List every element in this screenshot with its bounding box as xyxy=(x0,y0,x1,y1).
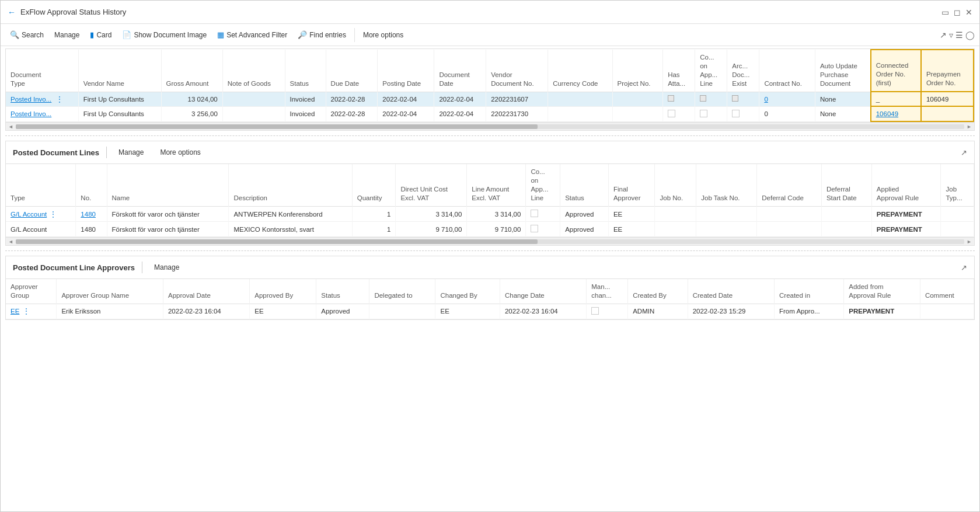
posted-doc-approvers-toolbar-right: ↗ xyxy=(961,263,967,272)
cell-due-date: 2022-02-28 xyxy=(326,92,378,106)
posted-doc-lines-more-options-button[interactable]: More options xyxy=(155,146,205,159)
cell-arc-doc xyxy=(727,92,759,106)
clock-icon[interactable]: ◯ xyxy=(965,30,975,40)
search-button[interactable]: 🔍 Search xyxy=(5,27,48,42)
cell-approval-date: 2022-02-23 16:04 xyxy=(163,304,249,319)
expand-icon-2[interactable]: ↗ xyxy=(961,263,967,272)
scroll-right-arrow[interactable]: ► xyxy=(967,124,972,130)
connected-order-link[interactable]: 106049 xyxy=(876,110,898,117)
cell-direct-unit-cost: 3 314,00 xyxy=(396,207,467,222)
approver-group-link[interactable]: EE xyxy=(11,308,19,315)
col-header-doc-type: DocumentType xyxy=(6,50,78,92)
scroll-left-arrow-2[interactable]: ◄ xyxy=(8,239,13,245)
row-menu-icon[interactable]: ⋮ xyxy=(23,308,30,315)
cell-document-date: 2022-02-04 xyxy=(434,92,486,106)
manage-button[interactable]: Manage xyxy=(50,28,84,42)
col-header-approver-group: ApproverGroup xyxy=(6,279,57,304)
posted-doc-lines-row: G/L Account 1480 Förskott för varor och … xyxy=(6,222,974,237)
col-header-status: Status xyxy=(316,279,369,304)
posted-doc-lines-manage-button[interactable]: Manage xyxy=(114,146,148,159)
doc-type-link[interactable]: Posted Invo... xyxy=(11,110,51,117)
col-header-deferral-start-date: DeferralStart Date xyxy=(821,164,871,206)
list-icon[interactable]: ☰ xyxy=(955,30,963,40)
col-header-note-of-goods: Note of Goods xyxy=(222,50,285,92)
no-link[interactable]: 1480 xyxy=(81,211,96,218)
doc-type-link[interactable]: Posted Invo... xyxy=(11,96,51,103)
cell-changed-by: EE xyxy=(435,304,500,319)
cell-created-date: 2022-02-23 15:29 xyxy=(688,304,774,319)
scroll-thumb-2 xyxy=(16,239,538,244)
col-header-document-date: DocumentDate xyxy=(434,50,486,92)
app-title: ExFlow Approval Status History xyxy=(20,8,126,16)
share-icon[interactable]: ↗ xyxy=(940,30,947,40)
scroll-right-arrow-2[interactable]: ► xyxy=(967,239,972,245)
row-menu-icon[interactable]: ⋮ xyxy=(56,96,63,103)
cell-name: Förskott för varor och tjänster xyxy=(107,222,229,237)
col-header-arc-doc: Arc...Doc...Exist xyxy=(727,50,759,92)
col-header-co-on-app: Co...onApp...Line xyxy=(695,50,727,92)
cell-name: Förskott för varor och tjänster xyxy=(107,207,229,222)
posted-doc-approvers-manage-button[interactable]: Manage xyxy=(149,261,184,274)
row-menu-icon[interactable]: ⋮ xyxy=(50,211,57,218)
col-header-status: Status xyxy=(285,50,326,92)
cell-due-date: 2022-02-28 xyxy=(326,106,378,121)
find-entries-button[interactable]: 🔎 Find entries xyxy=(293,27,351,42)
cell-approved-by: EE xyxy=(250,304,316,319)
cell-currency-code xyxy=(548,106,612,121)
cell-document-date: 2022-02-04 xyxy=(434,106,486,121)
table-row: Posted Invo... ⋮ First Up Consultants 13… xyxy=(6,92,974,106)
col-header-approved-by: Approved By xyxy=(250,279,316,304)
col-header-has-atta: HasAtta... xyxy=(663,50,695,92)
type-link[interactable]: G/L Account xyxy=(11,211,47,218)
man-chan-checkbox xyxy=(591,307,599,315)
cell-direct-unit-cost: 9 710,00 xyxy=(396,222,467,237)
posted-doc-approvers-section: Posted Document Line Approvers Manage ↗ … xyxy=(5,256,975,320)
show-document-image-button[interactable]: 📄 Show Document Image xyxy=(117,27,211,42)
posted-doc-lines-toolbar-right: ↗ xyxy=(961,148,967,157)
co-on-app-checkbox xyxy=(700,95,706,102)
posted-doc-lines-title: Posted Document Lines xyxy=(13,148,99,157)
scroll-left-arrow[interactable]: ◄ xyxy=(8,124,13,130)
cell-job-task-no xyxy=(696,222,757,237)
horizontal-scrollbar[interactable]: ◄ ► xyxy=(6,122,974,130)
posted-doc-approvers-title: Posted Document Line Approvers xyxy=(13,263,135,272)
contract-no-link[interactable]: 0 xyxy=(764,96,768,103)
expand-icon[interactable]: ↗ xyxy=(961,148,967,157)
cell-posting-date: 2022-02-04 xyxy=(378,106,434,121)
title-bar: ← ExFlow Approval Status History ▭ ◻ ✕ xyxy=(1,1,979,24)
advanced-filter-button[interactable]: ▦ Set Advanced Filter xyxy=(212,27,292,42)
col-header-vendor-doc-no: VendorDocument No. xyxy=(486,50,548,92)
posted-doc-lines-table-wrapper: Type No. Name Description Quantity Direc… xyxy=(6,164,974,237)
cell-gross-amount: 3 256,00 xyxy=(161,106,222,121)
search-icon: 🔍 xyxy=(10,30,19,39)
col-header-quantity: Quantity xyxy=(352,164,396,206)
back-button[interactable]: ← xyxy=(8,8,16,17)
cell-vendor-doc-no: 2202231607 xyxy=(486,92,548,106)
horizontal-scrollbar-2[interactable]: ◄ ► xyxy=(6,237,974,245)
posted-doc-approvers-header-row: ApproverGroup Approver Group Name Approv… xyxy=(6,279,974,304)
cell-doc-type: Posted Invo... xyxy=(6,106,78,121)
col-header-vendor-name: Vendor Name xyxy=(78,50,161,92)
cell-doc-type: Posted Invo... ⋮ xyxy=(6,92,78,106)
restore-icon[interactable]: ◻ xyxy=(954,8,961,17)
col-header-name: Name xyxy=(107,164,229,206)
cell-deferral-code xyxy=(757,207,822,222)
col-header-description: Description xyxy=(229,164,352,206)
find-icon: 🔎 xyxy=(298,30,307,39)
more-options-button[interactable]: More options xyxy=(358,28,408,42)
cell-project-no xyxy=(612,92,663,106)
section-separator-2 xyxy=(5,250,975,251)
cell-quantity: 1 xyxy=(352,222,396,237)
bookmark-icon[interactable]: ▭ xyxy=(941,8,949,17)
co-app-line-checkbox xyxy=(531,225,538,232)
arc-doc-checkbox xyxy=(732,95,738,102)
cell-added-from-approval-rule: PREPAYMENT xyxy=(844,304,920,319)
cell-final-approver: EE xyxy=(608,222,655,237)
filter-toolbar-icon[interactable]: ▿ xyxy=(949,30,953,40)
cell-job-typ xyxy=(941,222,974,237)
close-icon[interactable]: ✕ xyxy=(965,8,972,17)
col-header-currency-code: Currency Code xyxy=(548,50,612,92)
col-header-approver-group-name: Approver Group Name xyxy=(57,279,163,304)
card-button[interactable]: ▮ Card xyxy=(85,27,116,42)
cell-man-chan xyxy=(587,304,628,319)
